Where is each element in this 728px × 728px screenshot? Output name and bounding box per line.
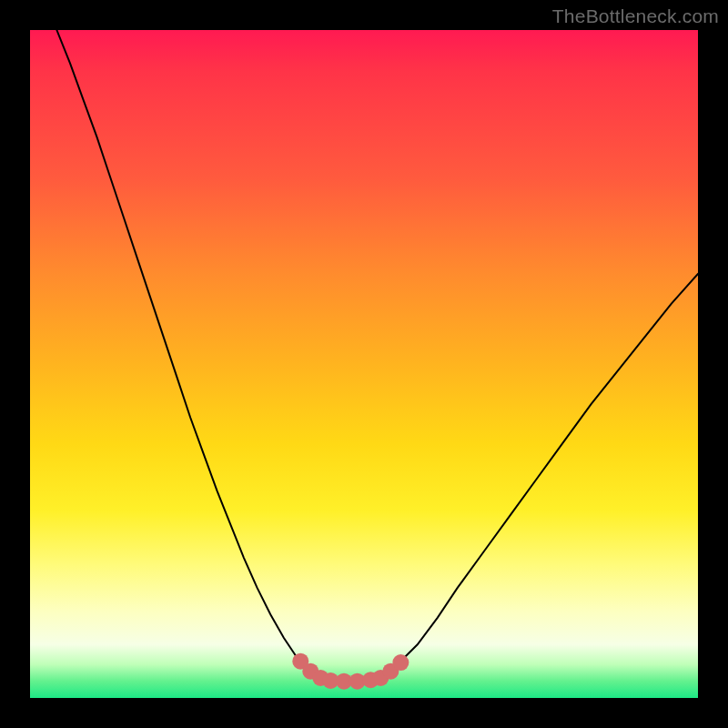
bottleneck-curve-left (56, 30, 317, 678)
chart-plot-area (30, 30, 698, 698)
chart-svg (30, 30, 698, 698)
chart-frame: TheBottleneck.com (0, 0, 728, 728)
bottleneck-curve-right (380, 274, 698, 678)
watermark-text: TheBottleneck.com (552, 5, 719, 27)
highlight-dot (392, 654, 409, 671)
